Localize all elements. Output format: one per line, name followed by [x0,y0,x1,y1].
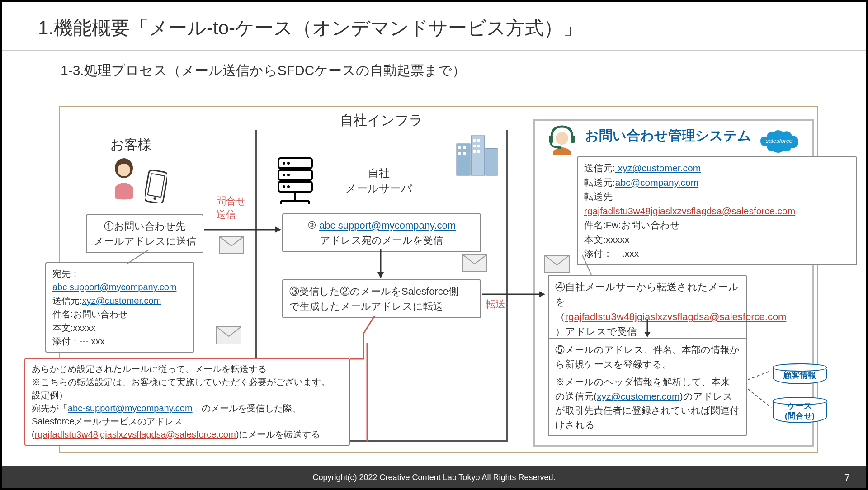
step2-email-link[interactable]: abc support@mycompany.com [319,220,456,231]
connector-line [127,250,154,266]
svg-marker-36 [275,226,281,233]
svg-point-13 [287,185,290,188]
arrow-down-icon [376,249,385,280]
rule-email1-link[interactable]: abc-support@mycompany.com [68,403,193,413]
svg-point-1 [118,164,130,176]
mail2-from-link[interactable]: xyz@customer.com [615,163,701,173]
svg-rect-28 [477,145,480,147]
rule-email2-link[interactable]: rgajfadlstu3w48jgiaslxzvsflagdsa@salesfo… [35,429,236,439]
mail1-from-link[interactable]: xyz@customer.com [82,296,161,306]
svg-rect-25 [473,139,476,142]
svg-rect-24 [463,152,466,155]
customer-title: お客様 [110,136,151,154]
svg-line-44 [127,250,149,264]
step5-box: ⑤メールのアドレス、件名、本部の情報から新規ケースを登録する。 ※メールのヘッダ… [548,338,747,436]
arrow-down-icon [643,319,652,339]
mail1-to-link[interactable]: abc support@mycompany.com [52,282,176,292]
server-icon [275,157,316,209]
svg-rect-30 [477,150,480,153]
envelope-icon [544,255,570,273]
red-connector-line [350,316,377,444]
svg-rect-23 [458,152,461,155]
step1-box: ①お問い合わせ先 メールアドレスに送信 [86,214,203,253]
arrow-icon [482,290,545,300]
mail1-details: 宛先： abc support@mycompany.com 送信元:xyz@cu… [45,262,194,353]
svg-rect-20 [486,148,497,175]
svg-rect-32 [571,136,575,143]
envelope-icon [462,254,487,272]
svg-marker-42 [539,291,545,297]
svg-point-11 [287,174,290,176]
step5-email-link[interactable]: xyz@customer.com [597,391,680,401]
svg-point-12 [283,185,285,188]
svg-point-9 [287,162,290,165]
page-number: 7 [844,472,850,484]
building-icon [452,130,502,182]
svg-rect-26 [477,139,480,142]
mail2-fwdfrom-link[interactable]: abc@company.com [615,177,698,188]
salesforce-cloud-icon: salesforce [758,128,800,157]
svg-rect-21 [458,146,461,149]
svg-marker-39 [377,272,384,278]
envelope-icon [216,326,241,344]
svg-line-51 [748,389,771,408]
mail-server-label: 自社メールサーバ [345,165,412,196]
infra-title: 自社インフラ [255,111,508,130]
mail2-details: 送信元: xyz@customer.com 転送元:abc@company.co… [577,156,857,265]
svg-rect-29 [473,150,476,153]
db-case: ケース(問合せ) [770,397,829,423]
connector-line [578,255,596,278]
svg-marker-49 [644,332,651,337]
arrow-icon [204,225,281,236]
svg-rect-27 [473,145,476,147]
svg-rect-31 [549,136,553,143]
svg-point-34 [558,146,561,149]
step4-email-link[interactable]: rgajfadlstu3w48jgiaslxzvsflagdsa@salesfo… [565,311,786,322]
svg-rect-3 [148,174,165,197]
phone-icon [145,170,167,205]
envelope-icon [219,236,244,254]
svg-line-50 [748,371,771,380]
svg-rect-22 [463,146,466,149]
svg-point-4 [153,197,156,200]
svg-line-47 [582,255,591,275]
headset-agent-icon [547,124,577,157]
step3-box: ③受信した②のメールをSalesforce側 で生成したメールアドレスに転送 [282,279,481,318]
db-customer: 顧客情報 [770,363,829,384]
svg-point-8 [283,162,285,165]
rule-box: あらかじめ設定されたルールに従って、メールを転送する ※こちらの転送設定は、お客… [24,358,350,446]
salesforce-title: お問い合わせ管理システム [585,127,751,145]
step2-box: ② abc support@mycompany.com アドレス宛のメールを受信 [282,213,481,252]
customer-avatar-icon [106,155,142,203]
svg-point-10 [283,174,285,176]
send-label: 問合せ送信 [216,194,246,221]
svg-point-33 [556,132,568,145]
footer-copyright: Copyright(c) 2022 Creative Content Lab T… [2,466,866,488]
mail2-fwdto-link[interactable]: rgajfadlstu3w48jgiaslxzvsflagdsa@salesfo… [584,206,795,216]
